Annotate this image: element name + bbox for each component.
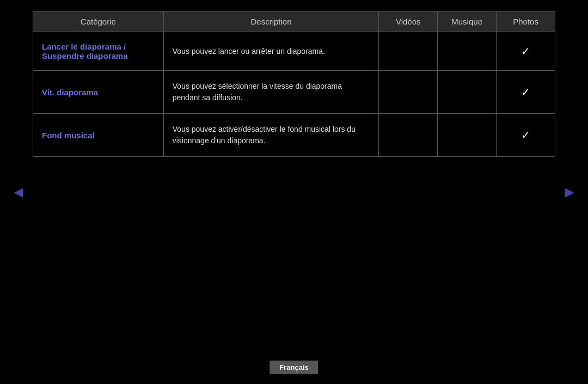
check-icon: ✓ bbox=[521, 86, 530, 98]
language-bar: Français bbox=[270, 361, 318, 374]
table-header-row: Catégorie Description Vidéos Musique Pho… bbox=[33, 11, 555, 32]
features-table: Catégorie Description Vidéos Musique Pho… bbox=[33, 11, 555, 157]
category-cell-0: Lancer le diaporama / Suspendre diaporam… bbox=[33, 32, 164, 71]
col-header-photos: Photos bbox=[497, 11, 555, 32]
music-cell-0 bbox=[438, 32, 497, 71]
category-cell-2: Fond musical bbox=[33, 114, 164, 157]
main-table-container: Catégorie Description Vidéos Musique Pho… bbox=[33, 11, 555, 157]
music-cell-1 bbox=[438, 71, 497, 114]
photos-cell-2: ✓ bbox=[497, 114, 555, 157]
videos-cell-2 bbox=[379, 114, 438, 157]
nav-left-arrow[interactable]: ◄ bbox=[11, 184, 26, 201]
description-cell-1: Vous pouvez sélectionner la vitesse du d… bbox=[163, 71, 379, 114]
videos-cell-0 bbox=[379, 32, 438, 71]
col-header-videos: Vidéos bbox=[379, 11, 438, 32]
photos-cell-0: ✓ bbox=[497, 32, 555, 71]
col-header-category: Catégorie bbox=[33, 11, 164, 32]
check-icon: ✓ bbox=[521, 45, 530, 57]
nav-right-arrow[interactable]: ► bbox=[562, 184, 577, 201]
col-header-description: Description bbox=[163, 11, 379, 32]
language-button[interactable]: Français bbox=[270, 361, 318, 374]
col-header-music: Musique bbox=[438, 11, 497, 32]
videos-cell-1 bbox=[379, 71, 438, 114]
table-row: Fond musicalVous pouvez activer/désactiv… bbox=[33, 114, 555, 157]
description-cell-2: Vous pouvez activer/désactiver le fond m… bbox=[163, 114, 379, 157]
photos-cell-1: ✓ bbox=[497, 71, 555, 114]
check-icon: ✓ bbox=[521, 129, 530, 141]
music-cell-2 bbox=[438, 114, 497, 157]
category-cell-1: Vit. diaporama bbox=[33, 71, 164, 114]
table-row: Vit. diaporamaVous pouvez sélectionner l… bbox=[33, 71, 555, 114]
description-cell-0: Vous pouvez lancer ou arrêter un diapora… bbox=[163, 32, 379, 71]
table-row: Lancer le diaporama / Suspendre diaporam… bbox=[33, 32, 555, 71]
